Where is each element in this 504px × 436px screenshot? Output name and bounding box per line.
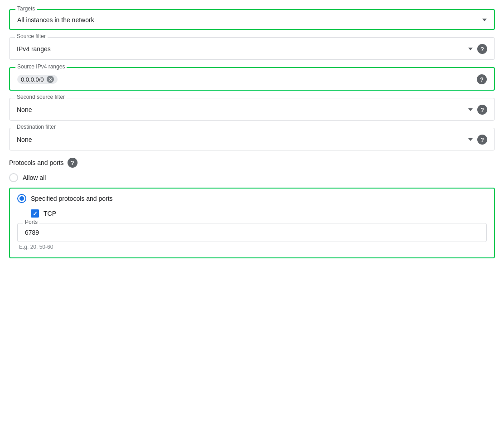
source-filter-label: Source filter [15,33,48,39]
source-ipv4-field[interactable]: Source IPv4 ranges 0.0.0.0/0 ✕ ? [9,67,495,91]
destination-filter-value: None [17,136,468,143]
tcp-checkbox[interactable]: ✓ [31,209,39,218]
source-filter-dropdown-arrow[interactable] [468,48,473,50]
destination-filter-label: Destination filter [15,124,58,130]
source-ipv4-chip-close[interactable]: ✕ [47,76,54,83]
ports-input[interactable] [25,227,479,236]
source-filter-controls: ? [468,44,487,54]
second-source-filter-dropdown-arrow[interactable] [468,108,473,111]
second-source-filter-row: None ? [17,102,487,115]
ports-hint: E.g. 20, 50-60 [17,244,487,250]
second-source-filter-label: Second source filter [15,94,67,100]
destination-filter-dropdown-arrow[interactable] [468,138,473,141]
source-ipv4-help-icon[interactable]: ? [477,74,487,84]
source-filter-row: IPv4 ranges ? [17,41,487,54]
protocols-ports-section: Protocols and ports ? Allow all Specifie… [9,158,495,258]
specified-radio-label: Specified protocols and ports [31,195,113,202]
protocols-ports-help-icon[interactable]: ? [68,158,78,168]
ports-field[interactable]: Ports [17,223,487,242]
targets-label: Targets [15,5,37,12]
destination-filter-controls: ? [468,135,487,145]
destination-filter-section: Destination filter None ? [9,128,495,150]
second-source-filter-value: None [17,106,468,113]
targets-dropdown-arrow[interactable] [482,19,487,21]
allow-all-option[interactable]: Allow all [9,173,495,182]
source-ipv4-chip: 0.0.0.0/0 ✕ [17,75,58,84]
tcp-checkmark: ✓ [33,210,38,217]
allow-all-radio[interactable] [9,173,18,182]
specified-protocols-section: Specified protocols and ports ✓ TCP Port… [9,188,495,258]
ports-label: Ports [23,219,39,225]
destination-filter-field[interactable]: Destination filter None ? [9,128,495,150]
source-ipv4-chip-value: 0.0.0.0/0 [21,76,44,83]
targets-field[interactable]: Targets All instances in the network [9,9,495,30]
second-source-filter-help-icon[interactable]: ? [477,105,487,115]
targets-controls [482,19,487,21]
source-filter-help-icon[interactable]: ? [477,44,487,54]
tcp-checkbox-row[interactable]: ✓ TCP [17,209,487,218]
destination-filter-help-icon[interactable]: ? [477,135,487,145]
second-source-filter-controls: ? [468,105,487,115]
source-ipv4-row: 0.0.0.0/0 ✕ ? [17,72,487,84]
destination-filter-row: None ? [17,132,487,145]
protocols-ports-title: Protocols and ports ? [9,158,495,168]
targets-row: All instances in the network [17,14,487,24]
targets-section: Targets All instances in the network [9,9,495,30]
source-filter-section: Source filter IPv4 ranges ? [9,37,495,60]
targets-value: All instances in the network [17,16,482,24]
specified-radio-option[interactable]: Specified protocols and ports [17,194,487,203]
protocols-ports-title-text: Protocols and ports [9,159,64,166]
second-source-filter-section: Second source filter None ? [9,98,495,121]
allow-all-label: Allow all [23,174,46,181]
source-filter-value: IPv4 ranges [17,45,468,53]
source-ipv4-section: Source IPv4 ranges 0.0.0.0/0 ✕ ? [9,67,495,91]
specified-radio[interactable] [17,194,26,203]
tcp-label: TCP [44,210,56,217]
specified-radio-inner [19,196,24,201]
source-filter-field[interactable]: Source filter IPv4 ranges ? [9,37,495,60]
source-ipv4-controls: ? [477,74,487,84]
second-source-filter-field[interactable]: Second source filter None ? [9,98,495,121]
source-ipv4-label: Source IPv4 ranges [15,63,67,70]
